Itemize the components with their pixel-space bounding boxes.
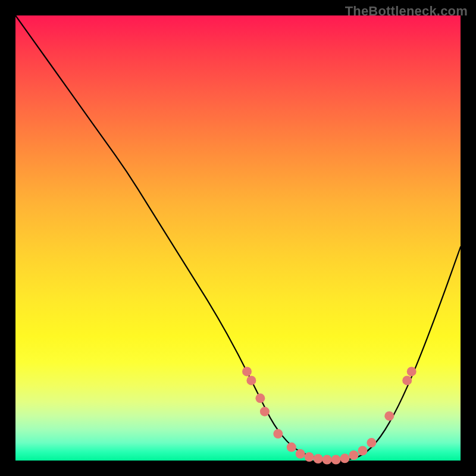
curve-marker [246, 375, 256, 385]
curve-marker [322, 455, 332, 465]
curve-marker [402, 375, 412, 385]
curve-marker [358, 446, 367, 456]
curve-marker [305, 452, 314, 462]
chart-svg [15, 15, 461, 461]
curve-marker [367, 438, 376, 447]
curve-marker [273, 429, 283, 439]
bottleneck-curve [15, 15, 461, 461]
curve-marker [287, 443, 296, 452]
curve-marker [340, 453, 350, 463]
chart-gradient-area [15, 15, 461, 461]
curve-marker [407, 367, 416, 376]
curve-marker [349, 450, 359, 460]
curve-marker [314, 454, 323, 464]
curve-marker [260, 407, 270, 416]
curve-marker [242, 367, 252, 376]
curve-marker [296, 449, 305, 459]
curve-marker [384, 411, 394, 421]
curve-marker [331, 455, 341, 465]
watermark-text: TheBottleneck.com [345, 4, 468, 19]
curve-marker [255, 393, 265, 403]
